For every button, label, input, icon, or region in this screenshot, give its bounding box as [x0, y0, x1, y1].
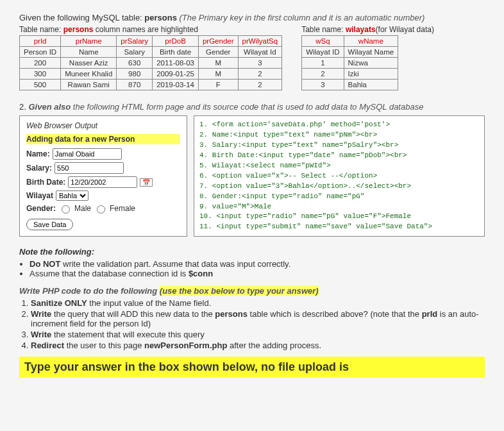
task-4: Redirect the user to this page newPerson…: [31, 341, 485, 350]
answer-banner: Type your answer in the box shown below,…: [19, 357, 485, 378]
female-text: Female: [110, 204, 135, 213]
persons-table: prId prName prSalary prDoB prGender prWi…: [19, 35, 282, 90]
question-2: 2. Given also the following HTML form pa…: [19, 102, 485, 112]
task-3: Write the statement that will execute th…: [31, 330, 485, 339]
wilayat-label: Wilayat: [26, 191, 53, 200]
note-2: Assume that the database connection id i…: [29, 269, 485, 278]
form-heading: Adding data for a new Person: [26, 134, 180, 144]
calendar-icon[interactable]: 📅: [140, 178, 153, 187]
wilayat-select[interactable]: Bahla: [56, 190, 88, 201]
gender-label: Gender:: [26, 204, 56, 213]
tables-row: Table name: persons column names are hig…: [19, 25, 485, 90]
save-button[interactable]: Save Data: [26, 219, 73, 230]
salary-label: Salary:: [26, 164, 52, 173]
task-2: Write the query that will ADD this new d…: [31, 309, 485, 328]
name-label: Name:: [26, 149, 50, 158]
male-text: Male: [74, 204, 91, 213]
notes-title: Note the following:: [19, 247, 485, 257]
browser-output: Web Browser Output Adding data for a new…: [19, 115, 187, 237]
note-1: Do NOT write the validation part. Assume…: [29, 259, 485, 269]
intro-line: Given the following MySQL table: persons…: [19, 13, 485, 22]
salary-input[interactable]: [55, 162, 124, 174]
task-1: Sanitize ONLY the input value of the Nam…: [31, 298, 485, 308]
wilayats-table-block: Table name: wilayats(for Wilayat data) w…: [301, 25, 434, 90]
source-code: 1. <form action='saveData.php' method='p…: [194, 115, 485, 237]
form-code-row: Web Browser Output Adding data for a new…: [19, 115, 485, 237]
gender-female-radio[interactable]: [97, 205, 105, 214]
gender-male-radio[interactable]: [62, 205, 70, 214]
name-input[interactable]: [53, 148, 122, 160]
wilayats-table: wSq wName Wilayat ID Wilayat Name 1Nizwa…: [301, 35, 398, 90]
notes-block: Note the following: Do NOT write the val…: [19, 247, 485, 278]
browser-title: Web Browser Output: [26, 121, 180, 130]
persons-caption: Table name: persons column names are hig…: [19, 25, 282, 34]
task-block: Write PHP code to do the following (use …: [19, 286, 485, 350]
birthdate-input[interactable]: [68, 176, 137, 188]
wilayats-caption: Table name: wilayats(for Wilayat data): [301, 25, 434, 34]
birth-label: Birth Date:: [26, 178, 65, 187]
task-intro: Write PHP code to do the following (use …: [19, 286, 485, 296]
persons-table-block: Table name: persons column names are hig…: [19, 25, 282, 90]
